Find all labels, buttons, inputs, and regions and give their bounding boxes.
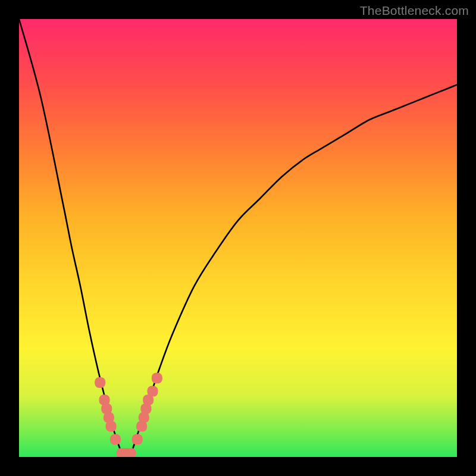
bottleneck-curve [19,19,457,457]
data-marker [126,448,136,457]
data-marker [106,421,117,431]
data-marker [132,434,143,445]
chart-frame: TheBottleneck.com [0,0,476,476]
data-marker [147,386,158,397]
curve-layer [19,19,457,457]
markers-group [95,373,162,457]
data-marker [95,377,105,388]
data-marker [152,373,162,384]
watermark-text: TheBottleneck.com [360,4,469,18]
plot-area [19,19,457,457]
data-marker [110,434,121,445]
